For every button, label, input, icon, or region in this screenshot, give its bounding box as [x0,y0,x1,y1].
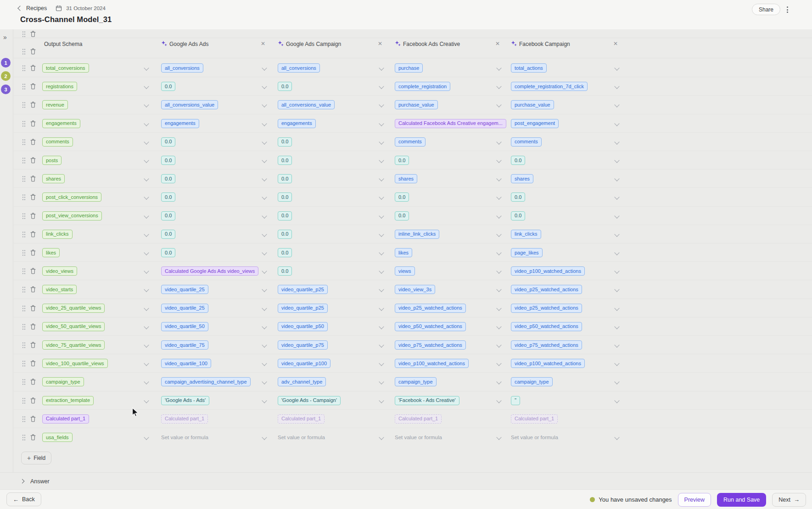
output-field-pill[interactable]: likes [42,248,60,257]
chevron-down-icon[interactable] [262,176,267,181]
mapping-pill[interactable]: video_quartile_50 [161,322,208,331]
chevron-down-icon[interactable] [614,213,619,218]
chevron-down-icon[interactable] [614,195,619,200]
mapping-pill[interactable]: campaign_type [511,377,553,386]
chevron-down-icon[interactable] [379,232,384,237]
chevron-down-icon[interactable] [262,102,267,107]
mapping-pill[interactable]: 0.0 [278,174,292,183]
mapping-pill[interactable]: video_quartile_p25 [278,285,328,294]
mapping-pill[interactable]: video_p25_watched_actions [511,285,582,294]
mapping-pill[interactable]: 0.0 [395,156,409,165]
chevron-down-icon[interactable] [144,195,149,200]
chevron-down-icon[interactable] [496,158,501,163]
delete-row-button[interactable] [30,31,36,37]
mapping-pill[interactable]: likes [395,248,412,257]
chevron-down-icon[interactable] [144,435,149,440]
run-save-button[interactable]: Run and Save [717,493,766,507]
drag-handle-icon[interactable] [22,175,26,182]
chevron-down-icon[interactable] [262,232,267,237]
chevron-down-icon[interactable] [614,398,619,403]
mapping-pill[interactable]: 0.0 [161,211,175,221]
remove-column-button[interactable]: ✕ [495,40,500,47]
mapping-pill[interactable]: video_p100_watched_actions [511,359,585,368]
chevron-down-icon[interactable] [379,195,384,200]
chevron-down-icon[interactable] [614,158,619,163]
mapping-pill[interactable]: shares [395,174,417,183]
mapping-pill[interactable]: comments [395,137,426,147]
mapping-pill[interactable]: complete_registration [395,82,450,91]
chevron-down-icon[interactable] [144,250,149,255]
share-button[interactable]: Share [752,4,780,15]
chevron-down-icon[interactable] [379,287,384,292]
chevron-down-icon[interactable] [144,305,149,311]
mapping-pill[interactable]: 0.0 [511,156,525,165]
chevron-down-icon[interactable] [144,176,149,181]
output-field-pill[interactable]: engagements [42,119,80,128]
mapping-pill[interactable]: 0.0 [161,156,175,165]
drag-handle-icon[interactable] [22,397,26,404]
output-field-pill[interactable]: total_conversions [42,63,89,73]
chevron-down-icon[interactable] [262,398,267,403]
chevron-down-icon[interactable] [262,342,267,347]
kebab-menu-icon[interactable] [786,6,789,14]
delete-row-button[interactable] [30,231,36,238]
chevron-down-icon[interactable] [262,139,267,144]
chevron-down-icon[interactable] [262,305,267,311]
chevron-down-icon[interactable] [496,195,501,200]
mapping-pill[interactable]: all_conversions_value [278,100,335,109]
drag-handle-icon[interactable] [22,416,26,422]
chevron-down-icon[interactable] [496,139,501,144]
next-button[interactable]: Next → [772,493,806,507]
chevron-down-icon[interactable] [496,305,501,311]
chevron-down-icon[interactable] [262,379,267,385]
chevron-down-icon[interactable] [379,342,384,347]
back-button[interactable]: ← Back [6,492,41,506]
output-field-pill[interactable]: video_starts [42,285,77,294]
mapping-pill[interactable]: 0.0 [278,248,292,257]
mapping-pill[interactable]: 0.0 [161,82,175,91]
chevron-down-icon[interactable] [379,361,384,366]
delete-row-button[interactable] [30,305,36,311]
remove-column-button[interactable]: ✕ [261,40,265,47]
chevron-down-icon[interactable] [262,213,267,218]
drag-handle-icon[interactable] [22,157,26,164]
drag-handle-icon[interactable] [22,323,26,330]
output-field-pill[interactable]: usa_fields [42,433,73,442]
delete-row-button[interactable] [30,379,36,385]
chevron-down-icon[interactable] [496,342,501,347]
output-field-pill[interactable]: comments [42,137,73,147]
drag-handle-icon[interactable] [22,48,26,55]
mapping-pill[interactable]: video_p25_watched_actions [395,304,466,313]
mapping-pill[interactable]: all_conversions_value [161,100,218,109]
chevron-down-icon[interactable] [262,361,267,366]
drag-handle-icon[interactable] [22,102,26,108]
mapping-pill[interactable]: purchase_value [511,100,554,109]
mapping-pill[interactable]: total_actions [511,63,547,73]
mapping-pill[interactable]: video_p100_watched_actions [395,359,469,368]
chevron-down-icon[interactable] [262,84,267,89]
mapping-pill[interactable]: video_quartile_25 [161,304,208,313]
drag-handle-icon[interactable] [22,434,26,441]
chevron-down-icon[interactable] [379,213,384,218]
chevron-down-icon[interactable] [144,65,149,70]
mapping-pill[interactable]: page_likes [511,248,543,257]
output-field-pill[interactable]: shares [42,174,65,183]
delete-row-button[interactable] [30,139,36,145]
chevron-down-icon[interactable] [496,379,501,385]
mapping-pill[interactable]: 0.0 [278,230,292,239]
drag-handle-icon[interactable] [22,31,26,37]
chevron-down-icon[interactable] [614,324,619,329]
value-placeholder[interactable]: Set value or formula [161,435,208,440]
chevron-down-icon[interactable] [379,139,384,144]
mapping-pill[interactable]: video_p50_watched_actions [395,322,466,331]
value-placeholder[interactable]: Set value or formula [511,435,558,440]
mapping-pill[interactable]: video_p50_watched_actions [511,322,582,331]
output-field-pill[interactable]: Calculated part_1 [42,414,89,424]
output-field-pill[interactable]: extraction_template [42,396,94,405]
mapping-pill[interactable]: video_quartile_p50 [278,322,328,331]
chevron-down-icon[interactable] [144,379,149,385]
chevron-down-icon[interactable] [379,250,384,255]
chevron-down-icon[interactable] [496,398,501,403]
value-placeholder[interactable]: Set value or formula [278,435,325,440]
output-field-pill[interactable]: video_75_quartile_views [42,340,105,350]
